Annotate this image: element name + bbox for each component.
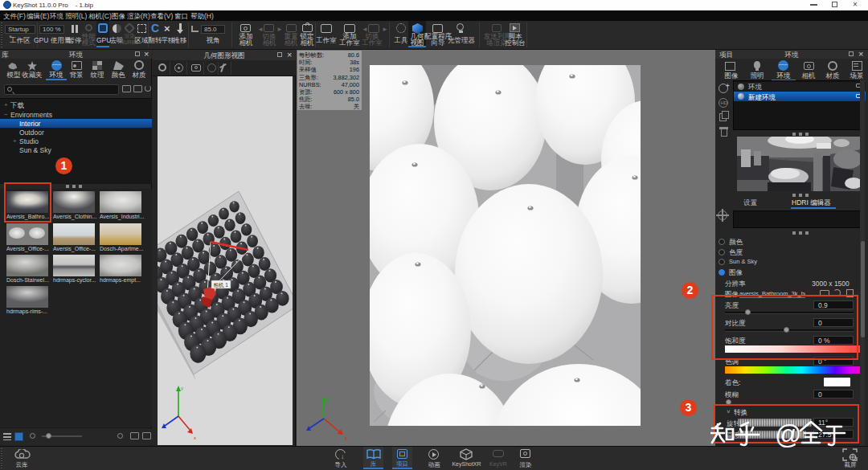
svg-text:@: @ bbox=[775, 421, 802, 448]
svg-text:x: x bbox=[345, 435, 348, 441]
svg-text:y: y bbox=[326, 396, 330, 403]
svg-text:y: y bbox=[181, 386, 183, 390]
svg-text:x: x bbox=[194, 435, 196, 440]
svg-text:相机 1: 相机 1 bbox=[213, 282, 229, 288]
